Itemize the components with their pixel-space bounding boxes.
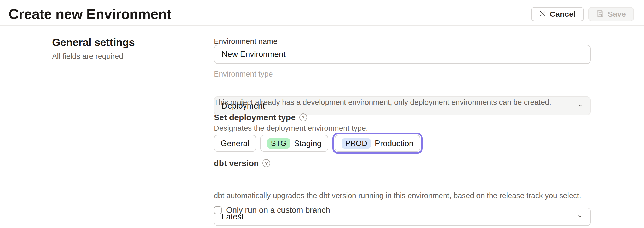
deployment-type-general-button[interactable]: General — [214, 135, 256, 152]
save-button[interactable]: Save — [588, 7, 634, 21]
general-settings-subheading: All fields are required — [52, 52, 135, 61]
page-title: Create new Environment — [9, 7, 171, 21]
environment-name-label: Environment name — [214, 38, 591, 45]
custom-branch-checkbox[interactable] — [214, 206, 222, 214]
deployment-type-options: General STG Staging PROD Production — [214, 135, 591, 152]
save-button-label: Save — [608, 10, 626, 18]
general-settings-heading: General settings — [52, 37, 135, 48]
production-badge: PROD — [342, 138, 371, 149]
help-icon[interactable]: ? — [262, 159, 270, 167]
deployment-type-staging-label: Staging — [294, 139, 321, 147]
deployment-type-heading: Set deployment type — [214, 113, 296, 122]
custom-branch-row: Only run on a custom branch — [214, 206, 591, 214]
deployment-type-staging-button[interactable]: STG Staging — [260, 135, 328, 152]
custom-branch-label[interactable]: Only run on a custom branch — [226, 206, 330, 214]
environment-form: Environment name Environment type Deploy… — [214, 0, 591, 228]
dbt-version-heading-row: dbt version ? — [214, 159, 591, 167]
deployment-type-general-label: General — [221, 139, 249, 147]
create-environment-page: Create new Environment Cancel Save Gen — [0, 0, 644, 228]
save-floppy-icon — [596, 10, 604, 19]
environment-name-input[interactable] — [214, 45, 591, 64]
dbt-version-helper: dbt automatically upgrades the dbt versi… — [214, 191, 591, 201]
deployment-type-heading-row: Set deployment type ? — [214, 113, 591, 122]
staging-badge: STG — [267, 138, 290, 149]
dbt-version-heading: dbt version — [214, 159, 259, 167]
deployment-type-production-label: Production — [375, 139, 413, 147]
deployment-type-production-button[interactable]: PROD Production — [335, 135, 420, 152]
deployment-type-description: Designates the deployment environment ty… — [214, 123, 591, 133]
environment-type-helper: This project already has a development e… — [214, 97, 591, 107]
help-icon[interactable]: ? — [299, 113, 307, 121]
environment-type-label: Environment type — [214, 70, 591, 78]
general-settings-intro: General settings All fields are required — [52, 37, 135, 61]
